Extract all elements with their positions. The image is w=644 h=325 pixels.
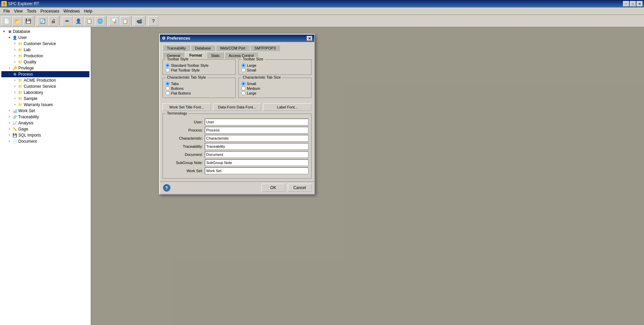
- expander-workset: +: [7, 108, 12, 114]
- tree-item-document[interactable]: + 📄 Document: [1, 138, 89, 144]
- toolbar-user[interactable]: 👤: [73, 16, 83, 26]
- tree-item-gage[interactable]: + 📏 Gage: [1, 126, 89, 132]
- toolbar-camera[interactable]: 📹: [134, 16, 144, 26]
- toolbar-new[interactable]: 📄: [1, 16, 12, 26]
- toolbar-web[interactable]: 🌐: [95, 16, 105, 26]
- radio-size-large-label: Large: [247, 91, 256, 95]
- toolbar-clipboard[interactable]: 📋: [84, 16, 94, 26]
- dialog-help-button[interactable]: ?: [163, 184, 171, 192]
- tree-item-sample[interactable]: + 📁 Sample: [1, 96, 89, 102]
- toolbar-sep-5: [146, 16, 147, 26]
- toolbar-edit[interactable]: ✏: [62, 16, 72, 26]
- tree-item-user[interactable]: ▼ 👤 User: [1, 35, 89, 41]
- tree-item-warranty[interactable]: + 📁 Warranty Issues: [1, 102, 89, 108]
- tree-label-sql: SQL Imports: [18, 133, 41, 138]
- tree-item-customer-service-proc[interactable]: + 📁 Customer Service: [1, 83, 89, 89]
- radio-buttons-input[interactable]: [166, 86, 170, 90]
- expander-lab: +: [12, 47, 18, 53]
- toolbar-sep-3: [106, 16, 108, 26]
- terminology-process-input[interactable]: [205, 127, 308, 134]
- title-bar-buttons: − □ ✕: [623, 1, 643, 6]
- radio-size-medium-input[interactable]: [241, 86, 245, 90]
- document-icon: 📄: [12, 139, 18, 144]
- terminology-traceability-label: Traceability:: [166, 144, 203, 148]
- minimize-button[interactable]: −: [623, 1, 629, 6]
- radio-flat-buttons[interactable]: Flat Buttons: [166, 91, 233, 96]
- radio-flat-buttons-label: Flat Buttons: [171, 91, 191, 95]
- menu-help[interactable]: Help: [82, 8, 94, 14]
- dialog-ok-cancel: OK Cancel: [261, 184, 312, 192]
- tab-smtp[interactable]: SMTP/POP3: [250, 45, 280, 51]
- tab-webcom[interactable]: Web/COM Port: [216, 45, 250, 51]
- radio-size-large[interactable]: Large: [241, 91, 308, 96]
- tree-item-production[interactable]: + 📁 Production: [1, 53, 89, 59]
- label-font-button[interactable]: Label Font...: [263, 103, 312, 111]
- toolbar-open[interactable]: 📂: [12, 16, 22, 26]
- terminology-characteristic-input[interactable]: [205, 135, 308, 142]
- tree-item-customer-service-user[interactable]: + 📁 Customer Service: [1, 41, 89, 47]
- expander-cs-proc: +: [12, 84, 18, 89]
- radio-size-small[interactable]: Small: [241, 81, 308, 86]
- workset-title-font-button[interactable]: Work Set Title Font...: [163, 103, 211, 111]
- tree-item-traceability[interactable]: + 🔗 Traceability: [1, 114, 89, 120]
- expander-production: +: [12, 53, 18, 59]
- radio-standard-toolbar[interactable]: Standard Toolbar Style: [166, 63, 233, 68]
- menu-tools[interactable]: Tools: [25, 8, 38, 14]
- radio-tabs-input[interactable]: [166, 82, 170, 86]
- menu-processes[interactable]: Processes: [38, 8, 61, 14]
- tab-stats[interactable]: Stats: [207, 52, 224, 59]
- radio-size-small-input[interactable]: [241, 82, 245, 86]
- toolbar-help[interactable]: ?: [148, 16, 158, 26]
- radio-small-input[interactable]: [241, 68, 245, 72]
- radio-size-medium[interactable]: Medium: [241, 86, 308, 91]
- radio-tabs[interactable]: Tabs: [166, 81, 233, 86]
- toolbar-grid[interactable]: 📋: [120, 16, 130, 26]
- radio-flat-input[interactable]: [166, 68, 170, 72]
- toolbar-chart[interactable]: 📊: [109, 16, 119, 26]
- tree-item-workset[interactable]: + 📊 Work Set: [1, 108, 89, 114]
- radio-flat-buttons-input[interactable]: [166, 91, 170, 95]
- radio-flat-toolbar[interactable]: Flat Toolbar Style: [166, 68, 233, 73]
- toolbar-print[interactable]: 🖨: [48, 16, 58, 26]
- toolbar-save[interactable]: 💾: [23, 16, 33, 26]
- menu-windows[interactable]: Windows: [61, 8, 82, 14]
- char-tab-style-legend: Characteristic Tab Style: [166, 75, 207, 79]
- tree-item-privilege[interactable]: + 🔑 Privilege: [1, 65, 89, 71]
- radio-buttons[interactable]: Buttons: [166, 86, 233, 91]
- dialog-close-button[interactable]: ✕: [307, 36, 312, 41]
- terminology-document-input[interactable]: [205, 151, 308, 158]
- tree-label-database: Database: [13, 29, 30, 34]
- menu-file[interactable]: File: [1, 8, 12, 14]
- radio-large-toolbar[interactable]: Large: [241, 63, 308, 68]
- radio-size-large-input[interactable]: [241, 91, 245, 95]
- dialog-cancel-button[interactable]: Cancel: [288, 184, 312, 192]
- tab-traceability[interactable]: Traceability: [163, 45, 190, 51]
- tree-item-acme[interactable]: + 📁 ACME Production: [1, 77, 89, 83]
- terminology-workset-input[interactable]: [205, 167, 308, 174]
- expander-sample: +: [12, 96, 18, 101]
- sql-icon: 💾: [12, 133, 18, 138]
- terminology-document-label: Document:: [166, 153, 203, 157]
- radio-standard-input[interactable]: [166, 63, 170, 67]
- tree-item-process[interactable]: ▼ ⚙ Process: [1, 71, 89, 77]
- tab-database[interactable]: Database: [191, 45, 215, 51]
- tree-item-lab[interactable]: + 📁 Lab: [1, 47, 89, 53]
- maximize-button[interactable]: □: [630, 1, 636, 6]
- radio-large-input[interactable]: [241, 63, 245, 67]
- terminology-traceability-input[interactable]: [205, 143, 308, 150]
- tree-item-database[interactable]: ▼ 🖥 Database: [1, 28, 89, 35]
- terminology-subgroup-input[interactable]: [205, 159, 308, 166]
- tree-item-quality[interactable]: + 📁 Quality: [1, 59, 89, 65]
- tree-item-analysis[interactable]: + 📈 Analysis: [1, 120, 89, 126]
- dialog-ok-button[interactable]: OK: [261, 184, 285, 192]
- terminology-workset-label: Work Set:: [166, 169, 203, 173]
- tree-item-laboratory[interactable]: + 📁 Laboratory: [1, 89, 89, 96]
- data-form-font-button[interactable]: Data Form Data Font...: [213, 103, 261, 111]
- close-button[interactable]: ✕: [637, 1, 643, 6]
- terminology-user-input[interactable]: [205, 119, 308, 125]
- toolbar-refresh[interactable]: 🔄: [37, 16, 47, 26]
- menu-view[interactable]: View: [12, 8, 25, 14]
- tree-label-workset: Work Set: [18, 108, 35, 113]
- tree-item-sql-imports[interactable]: + 💾 SQL Imports: [1, 132, 89, 138]
- radio-small-toolbar[interactable]: Small: [241, 68, 308, 73]
